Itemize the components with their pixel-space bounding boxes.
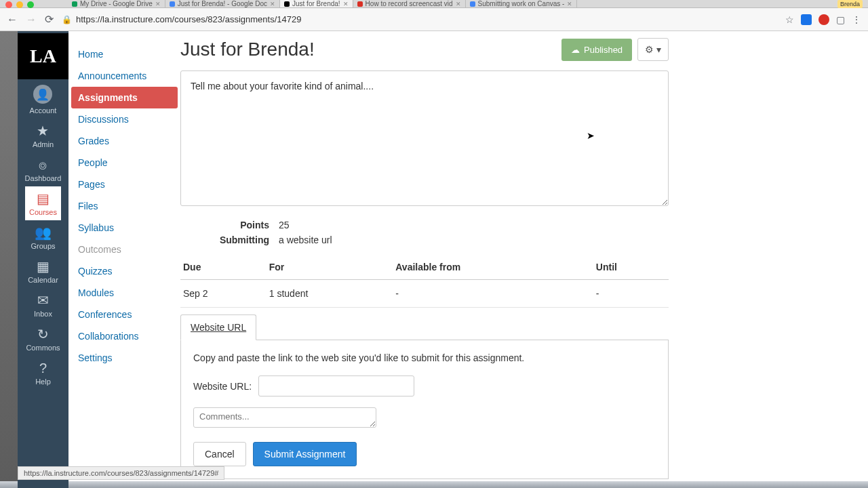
browser-tab[interactable]: Just for Brenda! - Google Doc✕ [165, 0, 280, 8]
global-nav-courses[interactable]: ▤Courses [25, 186, 62, 220]
course-nav-files[interactable]: Files [68, 195, 180, 217]
browser-tab[interactable]: Just for Brenda!✕ [280, 0, 353, 8]
browser-status-bar: https://la.instructure.com/courses/823/a… [18, 466, 224, 480]
desktop-background [0, 31, 18, 488]
global-nav-inbox[interactable]: ✉Inbox [25, 288, 62, 322]
favicon-icon [72, 1, 77, 7]
website-url-input[interactable] [258, 375, 414, 396]
browser-user-badge[interactable]: Brenda [837, 0, 863, 8]
forward-button[interactable]: → [26, 14, 37, 26]
favicon-icon [284, 1, 290, 7]
global-nav-groups[interactable]: 👥Groups [25, 220, 62, 254]
nav-label: Groups [31, 242, 55, 250]
browser-tab[interactable]: How to record screencast vid✕ [353, 0, 466, 8]
window-close-button[interactable] [5, 1, 12, 8]
tab-close-icon[interactable]: ✕ [343, 1, 349, 7]
cloud-check-icon: ☁ [571, 45, 580, 55]
lock-icon: 🔒 [62, 15, 72, 24]
tab-label: My Drive - Google Drive [80, 0, 153, 7]
window-maximize-button[interactable] [27, 1, 34, 8]
published-button[interactable]: ☁ Published [561, 39, 632, 61]
points-label: Points [180, 220, 279, 230]
tab-close-icon[interactable]: ✕ [155, 1, 161, 7]
calendar-icon: ▦ [25, 260, 62, 273]
nav-label: Help [35, 378, 51, 386]
course-nav-quizzes[interactable]: Quizzes [68, 260, 180, 282]
table-row: Sep 2 1 student - - [180, 280, 669, 308]
chrome-menu-icon[interactable]: ⋮ [852, 14, 861, 25]
website-url-label: Website URL: [193, 381, 252, 392]
global-nav-calendar[interactable]: ▦Calendar [25, 254, 62, 288]
course-nav-modules[interactable]: Modules [68, 282, 180, 304]
col-until: Until [593, 255, 669, 280]
tab-label: Just for Brenda! [292, 0, 340, 7]
extension-icon[interactable] [801, 14, 812, 25]
submit-assignment-button[interactable]: Submit Assignment [253, 442, 357, 466]
bookmark-star-icon[interactable]: ☆ [785, 14, 794, 25]
course-nav-outcomes[interactable]: Outcomes [68, 239, 180, 260]
tab-label: How to record screencast vid [366, 0, 453, 7]
settings-gear-button[interactable]: ⚙ ▾ [637, 38, 669, 61]
url-field[interactable]: 🔒 https://la.instructure.com/courses/823… [62, 14, 777, 24]
browser-tab[interactable]: Submitting work on Canvas -✕ [466, 0, 578, 8]
submission-tabs: Website URL [180, 314, 669, 340]
tab-label: Submitting work on Canvas - [478, 0, 565, 7]
course-nav-conferences[interactable]: Conferences [68, 304, 180, 325]
nav-label: Commons [26, 344, 60, 352]
course-nav-settings[interactable]: Settings [68, 347, 180, 369]
tab-close-icon[interactable]: ✕ [270, 1, 275, 7]
global-nav-commons[interactable]: ↻Commons [25, 322, 62, 356]
chevron-down-icon: ▾ [656, 44, 661, 55]
course-nav: HomeAnnouncementsAssignmentsDiscussionsG… [68, 31, 180, 488]
gear-icon: ⚙ [645, 44, 654, 55]
tab-close-icon[interactable]: ✕ [456, 1, 461, 7]
extension-icon[interactable] [818, 14, 829, 25]
favicon-icon [470, 1, 475, 7]
tab-website-url[interactable]: Website URL [180, 314, 256, 340]
reload-button[interactable]: ⟳ [45, 13, 54, 26]
cast-icon[interactable]: ▢ [836, 14, 845, 25]
col-available-from: Available from [393, 255, 593, 280]
url-text: https://la.instructure.com/courses/823/a… [76, 14, 301, 24]
course-nav-discussions[interactable]: Discussions [68, 108, 180, 130]
course-nav-grades[interactable]: Grades [68, 130, 180, 152]
help-icon: ? [25, 361, 62, 375]
cancel-button[interactable]: Cancel [193, 442, 246, 466]
courses-icon: ▤ [25, 192, 62, 205]
inbox-icon: ✉ [25, 293, 62, 307]
favicon-icon [357, 1, 363, 7]
assignment-description: Tell me about your favorite kind of anim… [180, 70, 669, 206]
comments-input[interactable] [193, 407, 376, 428]
window-minimize-button[interactable] [16, 1, 23, 8]
nav-label: Admin [33, 140, 54, 148]
global-nav-dashboard[interactable]: ⌾Dashboard [25, 152, 62, 186]
macos-dock[interactable] [0, 481, 868, 488]
tab-close-icon[interactable]: ✕ [567, 1, 572, 7]
points-value: 25 [279, 220, 290, 230]
page-title: Just for Brenda! [180, 39, 561, 60]
back-button[interactable]: ← [7, 14, 18, 26]
browser-tab[interactable]: My Drive - Google Drive✕ [68, 0, 165, 8]
course-nav-pages[interactable]: Pages [68, 174, 180, 195]
nav-label: Dashboard [25, 174, 62, 182]
col-due: Due [180, 255, 267, 280]
course-nav-collaborations[interactable]: Collaborations [68, 325, 180, 347]
submitting-value: a website url [279, 235, 332, 245]
submission-instructions: Copy and paste the link to the web site … [193, 352, 656, 363]
global-nav-admin[interactable]: ★Admin [25, 119, 62, 152]
institution-logo[interactable]: LA [18, 33, 68, 79]
browser-tab-bar: My Drive - Google Drive✕Just for Brenda!… [0, 0, 868, 8]
favicon-icon [170, 1, 175, 7]
submitting-label: Submitting [180, 235, 279, 245]
course-nav-syllabus[interactable]: Syllabus [68, 217, 180, 239]
content-area: Just for Brenda! ☁ Published ⚙ ▾ Tell me… [180, 31, 868, 488]
global-nav-help[interactable]: ?Help [25, 356, 62, 390]
address-bar: ← → ⟳ 🔒 https://la.instructure.com/cours… [0, 8, 868, 31]
course-nav-assignments[interactable]: Assignments [71, 87, 178, 108]
course-nav-people[interactable]: People [68, 152, 180, 174]
course-nav-announcements[interactable]: Announcements [68, 65, 180, 87]
nav-label: Courses [29, 208, 57, 216]
dashboard-icon: ⌾ [25, 158, 62, 171]
global-nav-account[interactable]: 👤Account [25, 79, 62, 119]
course-nav-home[interactable]: Home [68, 43, 180, 65]
